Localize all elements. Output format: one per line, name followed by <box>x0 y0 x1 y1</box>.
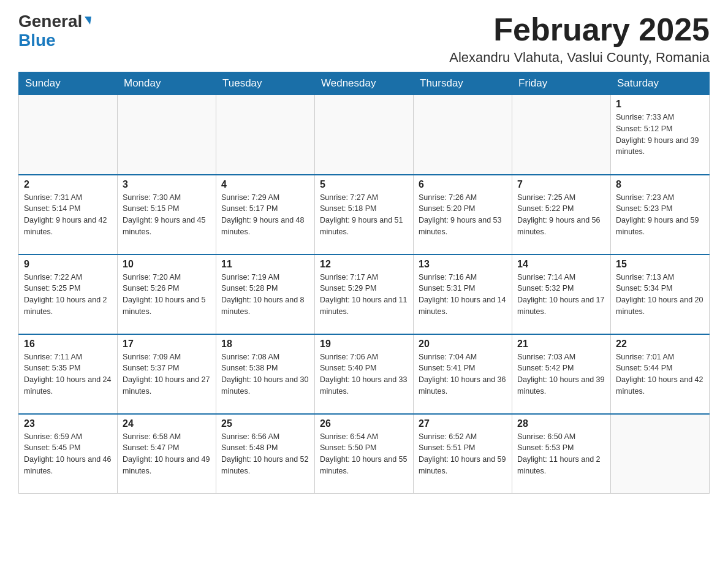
calendar-week-1: 1Sunrise: 7:33 AMSunset: 5:12 PMDaylight… <box>19 95 710 175</box>
day-number: 26 <box>320 418 408 429</box>
day-info: Sunrise: 6:52 AMSunset: 5:51 PMDaylight:… <box>419 431 507 477</box>
calendar-cell-w3-d7: 15Sunrise: 7:13 AMSunset: 5:34 PMDayligh… <box>611 255 710 334</box>
day-info: Sunrise: 7:03 AMSunset: 5:42 PMDaylight:… <box>517 351 605 397</box>
calendar-cell-w4-d7: 22Sunrise: 7:01 AMSunset: 5:44 PMDayligh… <box>611 334 710 414</box>
calendar-cell-w4-d4: 19Sunrise: 7:06 AMSunset: 5:40 PMDayligh… <box>315 334 414 414</box>
day-info: Sunrise: 7:17 AMSunset: 5:29 PMDaylight:… <box>320 272 408 318</box>
calendar-cell-w1-d6 <box>512 95 611 175</box>
day-info: Sunrise: 7:13 AMSunset: 5:34 PMDaylight:… <box>616 272 704 318</box>
calendar-cell-w5-d4: 26Sunrise: 6:54 AMSunset: 5:50 PMDayligh… <box>315 414 414 494</box>
day-number: 2 <box>24 179 112 190</box>
day-number: 19 <box>320 339 408 350</box>
calendar-cell-w5-d3: 25Sunrise: 6:56 AMSunset: 5:48 PMDayligh… <box>216 414 315 494</box>
calendar-header-row: Sunday Monday Tuesday Wednesday Thursday… <box>19 72 710 95</box>
calendar-week-4: 16Sunrise: 7:11 AMSunset: 5:35 PMDayligh… <box>19 334 710 414</box>
calendar-week-3: 9Sunrise: 7:22 AMSunset: 5:25 PMDaylight… <box>19 255 710 334</box>
day-info: Sunrise: 6:56 AMSunset: 5:48 PMDaylight:… <box>221 431 309 477</box>
day-info: Sunrise: 6:59 AMSunset: 5:45 PMDaylight:… <box>24 431 112 477</box>
day-number: 8 <box>616 179 704 190</box>
day-number: 6 <box>419 179 507 190</box>
calendar-cell-w3-d1: 9Sunrise: 7:22 AMSunset: 5:25 PMDaylight… <box>19 255 118 334</box>
logo-blue-text: Blue <box>18 31 56 50</box>
calendar-week-2: 2Sunrise: 7:31 AMSunset: 5:14 PMDaylight… <box>19 175 710 255</box>
day-info: Sunrise: 6:58 AMSunset: 5:47 PMDaylight:… <box>123 431 211 477</box>
calendar-cell-w4-d3: 18Sunrise: 7:08 AMSunset: 5:38 PMDayligh… <box>216 334 315 414</box>
day-info: Sunrise: 7:06 AMSunset: 5:40 PMDaylight:… <box>320 351 408 397</box>
calendar-cell-w5-d6: 28Sunrise: 6:50 AMSunset: 5:53 PMDayligh… <box>512 414 611 494</box>
day-number: 5 <box>320 179 408 190</box>
day-number: 20 <box>419 339 507 350</box>
calendar-cell-w3-d3: 11Sunrise: 7:19 AMSunset: 5:28 PMDayligh… <box>216 255 315 334</box>
month-title: February 2025 <box>449 12 710 47</box>
logo-top-row: General <box>18 12 91 31</box>
day-number: 24 <box>123 418 211 429</box>
day-number: 14 <box>517 259 605 270</box>
col-saturday: Saturday <box>611 72 710 95</box>
day-info: Sunrise: 7:25 AMSunset: 5:22 PMDaylight:… <box>517 192 605 238</box>
calendar-cell-w2-d6: 7Sunrise: 7:25 AMSunset: 5:22 PMDaylight… <box>512 175 611 255</box>
day-info: Sunrise: 7:20 AMSunset: 5:26 PMDaylight:… <box>123 272 211 318</box>
day-number: 3 <box>123 179 211 190</box>
day-info: Sunrise: 7:27 AMSunset: 5:18 PMDaylight:… <box>320 192 408 238</box>
day-info: Sunrise: 6:54 AMSunset: 5:50 PMDaylight:… <box>320 431 408 477</box>
calendar-cell-w1-d2 <box>118 95 216 175</box>
calendar-cell-w5-d2: 24Sunrise: 6:58 AMSunset: 5:47 PMDayligh… <box>118 414 216 494</box>
calendar-cell-w5-d5: 27Sunrise: 6:52 AMSunset: 5:51 PMDayligh… <box>414 414 512 494</box>
calendar-table: Sunday Monday Tuesday Wednesday Thursday… <box>18 72 710 494</box>
day-number: 10 <box>123 259 211 270</box>
calendar-cell-w3-d2: 10Sunrise: 7:20 AMSunset: 5:26 PMDayligh… <box>118 255 216 334</box>
day-number: 4 <box>221 179 309 190</box>
day-info: Sunrise: 7:29 AMSunset: 5:17 PMDaylight:… <box>221 192 309 238</box>
calendar-cell-w4-d2: 17Sunrise: 7:09 AMSunset: 5:37 PMDayligh… <box>118 334 216 414</box>
col-monday: Monday <box>118 72 216 95</box>
day-info: Sunrise: 7:23 AMSunset: 5:23 PMDaylight:… <box>616 192 704 238</box>
day-number: 27 <box>419 418 507 429</box>
day-info: Sunrise: 7:11 AMSunset: 5:35 PMDaylight:… <box>24 351 112 397</box>
day-info: Sunrise: 7:01 AMSunset: 5:44 PMDaylight:… <box>616 351 704 397</box>
page-header: General Blue February 2025 Alexandru Vla… <box>18 12 710 66</box>
calendar-cell-w1-d3 <box>216 95 315 175</box>
calendar-cell-w3-d5: 13Sunrise: 7:16 AMSunset: 5:31 PMDayligh… <box>414 255 512 334</box>
day-info: Sunrise: 7:14 AMSunset: 5:32 PMDaylight:… <box>517 272 605 318</box>
calendar-cell-w4-d1: 16Sunrise: 7:11 AMSunset: 5:35 PMDayligh… <box>19 334 118 414</box>
calendar-cell-w1-d1 <box>19 95 118 175</box>
day-number: 23 <box>24 418 112 429</box>
day-info: Sunrise: 6:50 AMSunset: 5:53 PMDaylight:… <box>517 431 605 477</box>
calendar-cell-w1-d7: 1Sunrise: 7:33 AMSunset: 5:12 PMDaylight… <box>611 95 710 175</box>
day-number: 1 <box>616 99 704 110</box>
calendar-cell-w4-d6: 21Sunrise: 7:03 AMSunset: 5:42 PMDayligh… <box>512 334 611 414</box>
day-number: 18 <box>221 339 309 350</box>
day-number: 17 <box>123 339 211 350</box>
day-number: 16 <box>24 339 112 350</box>
day-info: Sunrise: 7:22 AMSunset: 5:25 PMDaylight:… <box>24 272 112 318</box>
calendar-cell-w2-d4: 5Sunrise: 7:27 AMSunset: 5:18 PMDaylight… <box>315 175 414 255</box>
calendar-cell-w2-d1: 2Sunrise: 7:31 AMSunset: 5:14 PMDaylight… <box>19 175 118 255</box>
col-friday: Friday <box>512 72 611 95</box>
day-info: Sunrise: 7:16 AMSunset: 5:31 PMDaylight:… <box>419 272 507 318</box>
day-info: Sunrise: 7:30 AMSunset: 5:15 PMDaylight:… <box>123 192 211 238</box>
day-number: 9 <box>24 259 112 270</box>
calendar-cell-w2-d5: 6Sunrise: 7:26 AMSunset: 5:20 PMDaylight… <box>414 175 512 255</box>
col-thursday: Thursday <box>414 72 512 95</box>
day-number: 28 <box>517 418 605 429</box>
day-number: 11 <box>221 259 309 270</box>
day-info: Sunrise: 7:09 AMSunset: 5:37 PMDaylight:… <box>123 351 211 397</box>
calendar-week-5: 23Sunrise: 6:59 AMSunset: 5:45 PMDayligh… <box>19 414 710 494</box>
calendar-cell-w2-d2: 3Sunrise: 7:30 AMSunset: 5:15 PMDaylight… <box>118 175 216 255</box>
calendar-cell-w5-d1: 23Sunrise: 6:59 AMSunset: 5:45 PMDayligh… <box>19 414 118 494</box>
title-block: February 2025 Alexandru Vlahuta, Vaslui … <box>449 12 710 66</box>
logo-arrow-icon <box>85 17 91 25</box>
col-wednesday: Wednesday <box>315 72 414 95</box>
day-info: Sunrise: 7:31 AMSunset: 5:14 PMDaylight:… <box>24 192 112 238</box>
day-number: 21 <box>517 339 605 350</box>
day-info: Sunrise: 7:04 AMSunset: 5:41 PMDaylight:… <box>419 351 507 397</box>
calendar-cell-w4-d5: 20Sunrise: 7:04 AMSunset: 5:41 PMDayligh… <box>414 334 512 414</box>
col-tuesday: Tuesday <box>216 72 315 95</box>
calendar-cell-w1-d5 <box>414 95 512 175</box>
calendar-cell-w3-d6: 14Sunrise: 7:14 AMSunset: 5:32 PMDayligh… <box>512 255 611 334</box>
logo-general-text: General <box>18 12 82 31</box>
logo: General Blue <box>18 12 91 50</box>
day-info: Sunrise: 7:08 AMSunset: 5:38 PMDaylight:… <box>221 351 309 397</box>
calendar-cell-w5-d7 <box>611 414 710 494</box>
day-info: Sunrise: 7:33 AMSunset: 5:12 PMDaylight:… <box>616 112 704 158</box>
